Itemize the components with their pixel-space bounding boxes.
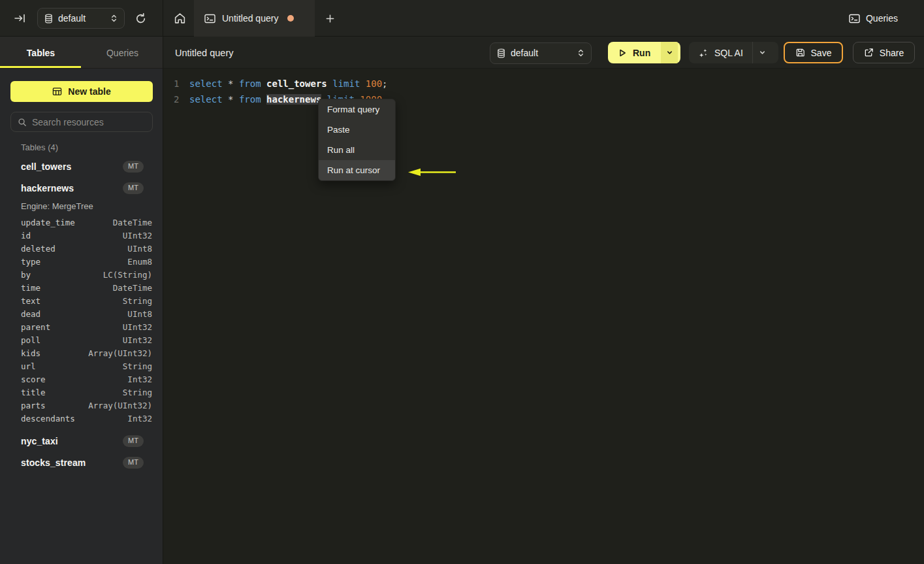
column-type: Int32 xyxy=(127,374,152,384)
queries-terminal-icon xyxy=(849,14,860,24)
topbar: default Untitled query xyxy=(0,0,924,37)
collapse-sidebar-icon[interactable] xyxy=(13,12,27,25)
column-row: parentUInt32 xyxy=(0,320,163,333)
run-button-label: Run xyxy=(633,48,650,58)
code-token: ; xyxy=(382,78,387,89)
sidebar: New table Tables (4) cell_towersMThacker… xyxy=(0,69,163,564)
code-token: * xyxy=(223,94,239,105)
editor-database-selector[interactable]: default xyxy=(490,42,592,64)
code-token: * xyxy=(223,78,239,89)
topbar-left-section: default xyxy=(0,0,163,37)
run-options-caret[interactable] xyxy=(661,42,678,63)
table-row[interactable]: nyc_taxiMT xyxy=(0,430,163,452)
sql-editor[interactable]: 1select * from cell_towers limit 100;2se… xyxy=(163,69,924,564)
column-type: DateTime xyxy=(113,283,152,293)
menu-item-paste[interactable]: Paste xyxy=(319,120,395,140)
table-name: nyc_taxi xyxy=(21,436,123,446)
code-token: select xyxy=(189,94,223,105)
app-window: { "topbar": { "database_selector": { "va… xyxy=(0,0,924,564)
column-type: UInt32 xyxy=(123,231,152,241)
sql-ai-button[interactable]: SQL AI xyxy=(689,42,752,63)
table-name: hackernews xyxy=(21,183,123,193)
sidebar-tab-tables-label: Tables xyxy=(27,48,55,58)
code-token: from xyxy=(239,94,261,105)
page-title: Untitled query xyxy=(175,37,233,69)
sparkles-icon xyxy=(698,48,709,58)
save-button[interactable]: Save xyxy=(784,42,843,63)
code-token: select xyxy=(189,78,223,89)
search-resources-input[interactable] xyxy=(32,117,136,127)
menu-item-run-at-cursor[interactable]: Run at cursor xyxy=(319,160,395,180)
column-name: parts xyxy=(21,401,88,410)
code-token xyxy=(360,78,365,89)
sql-ai-caret[interactable] xyxy=(752,42,772,63)
column-name: text xyxy=(21,296,123,306)
sidebar-tab-queries[interactable]: Queries xyxy=(82,37,163,69)
table-name: stocks_stream xyxy=(21,457,123,468)
column-type: LC(String) xyxy=(103,270,152,280)
code-token xyxy=(261,78,266,89)
column-name: parent xyxy=(21,322,123,332)
database-selector[interactable]: default xyxy=(37,8,125,29)
table-grid-icon xyxy=(52,87,62,96)
code-token: from xyxy=(239,78,261,89)
table-row[interactable]: stocks_streamMT xyxy=(0,452,163,473)
column-name: title xyxy=(21,388,123,397)
code-token: 100 xyxy=(366,78,382,89)
refresh-icon[interactable] xyxy=(133,10,148,26)
column-name: by xyxy=(21,270,103,280)
column-row: descendantsInt32 xyxy=(0,412,163,425)
column-row: urlString xyxy=(0,359,163,373)
table-name: cell_towers xyxy=(21,161,123,172)
engine-badge: MT xyxy=(123,161,144,173)
chevron-updown-icon xyxy=(110,14,118,23)
code-token xyxy=(261,94,266,105)
column-row: byLC(String) xyxy=(0,268,163,281)
share-external-icon xyxy=(864,48,874,58)
column-type: String xyxy=(123,388,152,397)
database-selector-value: default xyxy=(58,13,105,24)
column-row: textString xyxy=(0,294,163,307)
search-resources-box xyxy=(10,112,153,132)
column-name: score xyxy=(21,374,127,384)
column-name: poll xyxy=(21,335,123,345)
table-row[interactable]: hackernewsMT xyxy=(0,177,163,199)
sidebar-tab-tables[interactable]: Tables xyxy=(0,37,82,69)
active-tab-underline xyxy=(0,66,81,68)
new-tab-plus-icon[interactable] xyxy=(320,9,340,27)
home-icon[interactable] xyxy=(165,0,194,37)
terminal-icon xyxy=(204,14,215,24)
table-row[interactable]: cell_towersMT xyxy=(0,156,163,177)
column-name: type xyxy=(21,257,127,267)
run-button-group: Run xyxy=(608,42,680,63)
column-type: UInt32 xyxy=(123,335,152,345)
column-row: deadUInt8 xyxy=(0,307,163,320)
column-name: url xyxy=(21,361,123,371)
column-row: scoreInt32 xyxy=(0,373,163,386)
column-row: update_timeDateTime xyxy=(0,216,163,229)
code-text: select * from cell_towers limit 100; xyxy=(189,78,388,89)
line-number: 1 xyxy=(174,78,182,89)
code-line: 2select * from hackernews limit 1000 xyxy=(174,91,924,107)
column-type: UInt8 xyxy=(127,244,152,254)
column-row: kidsArray(UInt32) xyxy=(0,346,163,359)
sidebar-tab-queries-label: Queries xyxy=(106,48,138,58)
share-button[interactable]: Share xyxy=(853,42,915,63)
tab-label: Untitled query xyxy=(222,13,278,24)
code-token: limit xyxy=(332,78,360,89)
new-table-button[interactable]: New table xyxy=(10,81,153,102)
play-icon xyxy=(618,48,627,58)
annotation-arrow xyxy=(406,167,458,178)
menu-item-format-query[interactable]: Format query xyxy=(319,99,395,120)
engine-badge: MT xyxy=(123,182,144,194)
column-name: update_time xyxy=(21,218,113,227)
queries-button[interactable]: Queries xyxy=(849,0,898,37)
column-row: deletedUInt8 xyxy=(0,242,163,255)
unsaved-dot-indicator xyxy=(287,15,294,22)
menu-item-run-all[interactable]: Run all xyxy=(319,140,395,160)
tab-untitled-query[interactable]: Untitled query xyxy=(194,0,315,37)
search-icon xyxy=(18,118,27,127)
run-button[interactable]: Run xyxy=(608,42,661,63)
column-row: pollUInt32 xyxy=(0,333,163,346)
column-name: dead xyxy=(21,309,127,319)
